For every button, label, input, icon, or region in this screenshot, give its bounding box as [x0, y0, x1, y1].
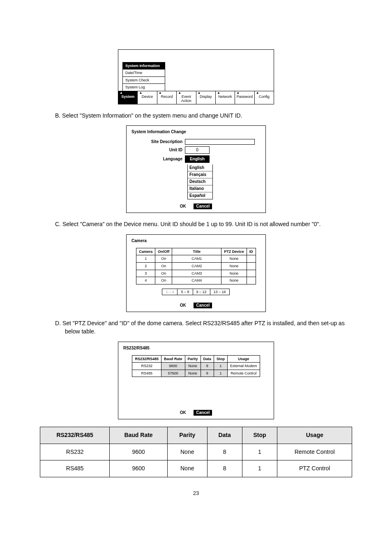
table-row[interactable]: RS48557600None81Remote Control [132, 370, 260, 377]
menu-item-system-information[interactable]: System Information [122, 62, 165, 70]
col-ptz: PTZ Device [221, 248, 247, 255]
cancel-button[interactable]: Cancel [194, 204, 212, 209]
tab-config[interactable]: ▲Config [255, 91, 274, 104]
language-label: Language [131, 156, 185, 162]
menu-item-system-log[interactable]: System Log [122, 83, 165, 91]
cancel-button[interactable]: Cancel [194, 303, 212, 308]
dialog-title: System Information Change [131, 129, 261, 135]
tab-record[interactable]: ▲Record [157, 91, 177, 104]
pager-segment[interactable]: 1 – 4 [162, 289, 178, 296]
dialog-title: RS232/RS485 [123, 345, 269, 351]
camera-pager: 1 – 45 – 89 – 1213 – 16 [131, 289, 261, 296]
menu-item-date-time[interactable]: Date/Time [122, 69, 165, 77]
language-dropdown: English Français Deutsch Italiano Españo… [187, 164, 213, 199]
pager-segment[interactable]: 9 – 12 [193, 289, 210, 296]
page-number: 23 [37, 490, 355, 497]
language-option[interactable]: Español [188, 192, 212, 199]
system-menu-area: System Information Date/Time System Chec… [118, 50, 274, 91]
cancel-button[interactable]: Cancel [194, 410, 212, 416]
tab-display[interactable]: ▲Display [196, 91, 216, 104]
ok-button[interactable]: OK [180, 410, 186, 415]
system-stack-menu: System Information Date/Time System Chec… [122, 62, 165, 91]
tab-bar: ▲System ▲Device ▲Record ▲Event Action ▲D… [118, 91, 274, 104]
system-menu-dialog: System Information Date/Time System Chec… [118, 49, 274, 104]
dialog-title: Camera [131, 238, 261, 244]
rs-dialog: RS232/RS485 RS232/RS485Baud RateParityDa… [118, 342, 274, 420]
table-header-row: Camera On/Off Title PTZ Device ID [136, 248, 256, 255]
col-id: ID [247, 248, 256, 255]
table-row[interactable]: 3OnCAM3None [136, 270, 256, 277]
unit-id-label: Unit ID [131, 147, 185, 153]
tab-device[interactable]: ▲Device [138, 91, 157, 104]
camera-dialog: Camera Camera On/Off Title PTZ Device ID… [126, 234, 266, 312]
table-row[interactable]: 4OnCAM4None [136, 277, 256, 284]
language-option[interactable]: Deutsch [188, 178, 212, 185]
tab-event-action[interactable]: ▲Event Action [177, 91, 196, 104]
camera-table: Camera On/Off Title PTZ Device ID 1OnCAM… [136, 248, 256, 284]
language-field[interactable]: English [185, 155, 210, 163]
table-row[interactable]: RS2329600None81External Modem [132, 363, 260, 370]
menu-item-system-check[interactable]: System Check [122, 76, 165, 84]
language-option[interactable]: Français [188, 171, 212, 178]
step-b-text: B. Select "System Information" on the sy… [55, 112, 355, 120]
tab-system[interactable]: ▲System [118, 91, 138, 104]
site-description-label: Site Description [131, 139, 185, 145]
pager-segment[interactable]: 13 – 16 [210, 289, 230, 296]
language-option[interactable]: Italiano [188, 185, 212, 192]
tab-network[interactable]: ▲Network [216, 91, 235, 104]
ok-button[interactable]: OK [180, 303, 186, 308]
step-c-text: C. Select "Camera" on the Device menu. U… [55, 220, 355, 229]
table-header-row: RS232/RS485Baud RateParityDataStopUsage [40, 427, 352, 444]
table-header-row: RS232/RS485Baud RateParityDataStopUsage [132, 355, 260, 363]
unit-id-field[interactable]: 0 [185, 146, 210, 154]
col-camera: Camera [136, 248, 155, 255]
rs-table: RS232/RS485Baud RateParityDataStopUsage … [132, 355, 260, 377]
col-onoff: On/Off [155, 248, 172, 255]
language-option[interactable]: English [188, 164, 212, 171]
system-info-change-dialog: System Information Change Site Descripti… [126, 125, 266, 213]
pager-segment[interactable]: 5 – 8 [177, 289, 193, 296]
table-row[interactable]: 2OnCAM2None [136, 262, 256, 270]
summary-table: RS232/RS485Baud RateParityDataStopUsage … [40, 427, 352, 477]
site-description-field[interactable] [185, 139, 255, 145]
tab-password[interactable]: ▲Password [235, 91, 254, 104]
step-d-text: D. Set "PTZ Device" and "ID" of the dome… [55, 319, 355, 335]
ok-button[interactable]: OK [180, 204, 186, 208]
table-row: RS2329600None81Remote Control [40, 444, 352, 460]
table-row: RS4859600None81PTZ Control [40, 460, 352, 477]
table-row[interactable]: 1OnCAM1None [136, 255, 256, 263]
col-title: Title [172, 248, 221, 255]
